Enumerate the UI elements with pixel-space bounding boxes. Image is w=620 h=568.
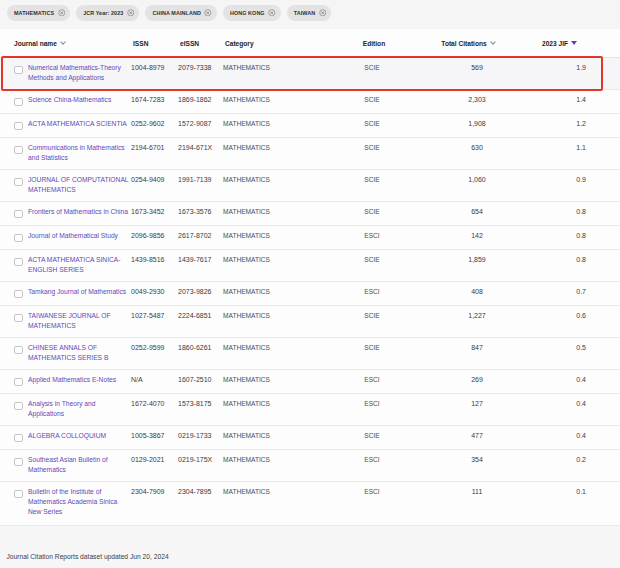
journal-name-link[interactable]: Journal of Mathematical Study	[28, 231, 118, 241]
jif-cell: 1.4	[540, 90, 620, 105]
row-checkbox[interactable]	[14, 314, 23, 323]
row-checkbox[interactable]	[14, 178, 23, 187]
issn-cell: 0049-2930	[131, 282, 178, 297]
journal-name-link[interactable]: Southeast Asian Bulletin of Mathematics	[28, 455, 131, 475]
issn-cell: 1673-3452	[131, 202, 178, 217]
remove-filter-icon[interactable]	[204, 9, 212, 17]
remove-filter-icon[interactable]	[58, 9, 66, 17]
filter-chip-label: JCR Year: 2023	[83, 5, 123, 21]
issn-cell: 0252-9599	[131, 338, 178, 353]
filter-chip[interactable]: MATHEMATICS	[7, 5, 70, 21]
journal-name-link[interactable]: ACTA MATHEMATICA SCIENTIA	[28, 119, 127, 129]
jif-cell: 0.8	[540, 250, 620, 265]
remove-filter-icon[interactable]	[127, 9, 135, 17]
journal-name-link[interactable]: JOURNAL OF COMPUTATIONAL MATHEMATICS	[28, 175, 131, 195]
filter-chip[interactable]: JCR Year: 2023	[76, 5, 139, 21]
eissn-cell: 1860-6261	[178, 338, 223, 353]
column-header-journal-name[interactable]: Journal name	[0, 40, 133, 47]
edition-cell: ESCI	[364, 400, 379, 407]
column-header-2023-jif[interactable]: 2023 JIF	[542, 40, 620, 47]
journal-name-link[interactable]: Applied Mathematics E-Notes	[28, 375, 116, 385]
edition-cell: SCIE	[364, 256, 379, 263]
table-row: Analysis in Theory and Applications 1672…	[0, 394, 620, 426]
row-checkbox[interactable]	[14, 66, 23, 75]
total-citations-cell: 654	[414, 202, 540, 217]
row-checkbox[interactable]	[14, 122, 23, 131]
jif-cell: 0.4	[540, 370, 620, 385]
filter-chip[interactable]: TAIWAN	[287, 5, 331, 21]
jif-cell: 0.7	[540, 282, 620, 297]
total-citations-cell: 1,060	[414, 170, 540, 185]
journal-name-link[interactable]: Numerical Mathematics-Theory Methods and…	[28, 63, 131, 83]
eissn-cell: 1607-2510	[178, 370, 223, 385]
sort-chevron-icon	[60, 39, 66, 45]
filter-chip[interactable]: CHINA MAINLAND	[145, 5, 217, 21]
category-cell: MATHEMATICS	[223, 344, 270, 351]
table-row: ACTA MATHEMATICA SINICA-ENGLISH SERIES 1…	[0, 250, 620, 282]
row-checkbox[interactable]	[14, 346, 23, 355]
issn-cell: 2096-9856	[131, 226, 178, 241]
journal-name-link[interactable]: Communications in Mathematics and Statis…	[28, 143, 131, 163]
filter-chip-bar: MATHEMATICS JCR Year: 2023	[0, 0, 620, 29]
category-cell: MATHEMATICS	[223, 288, 270, 295]
category-cell: MATHEMATICS	[223, 96, 270, 103]
category-cell: MATHEMATICS	[223, 456, 270, 463]
row-checkbox[interactable]	[14, 490, 23, 499]
table-row: Southeast Asian Bulletin of Mathematics …	[0, 450, 620, 482]
remove-filter-icon[interactable]	[319, 9, 327, 17]
journal-name-link[interactable]: Science China-Mathematics	[28, 95, 111, 105]
journal-name-link[interactable]: Frontiers of Mathematics in China	[28, 207, 128, 217]
edition-cell: SCIE	[364, 64, 379, 71]
journal-name-header-label: Journal name	[14, 40, 57, 47]
total-citations-cell: 408	[414, 282, 540, 297]
filter-chip[interactable]: HONG KONG	[223, 5, 281, 21]
table-row: Tamkang Journal of Mathematics 0049-2930…	[0, 282, 620, 306]
table-row: Applied Mathematics E-Notes N/A 1607-251…	[0, 370, 620, 394]
column-header-total-citations[interactable]: Total Citations	[405, 40, 531, 47]
row-checkbox[interactable]	[14, 234, 23, 243]
filter-chip-label: MATHEMATICS	[14, 5, 54, 21]
jif-cell: 0.2	[540, 450, 620, 465]
total-citations-cell: 569	[414, 58, 540, 73]
journal-name-link[interactable]: Bulletin of the Institute of Mathematics…	[28, 487, 131, 517]
journal-name-link[interactable]: ACTA MATHEMATICA SINICA-ENGLISH SERIES	[28, 255, 131, 275]
row-checkbox[interactable]	[14, 378, 23, 387]
remove-filter-icon[interactable]	[268, 9, 276, 17]
jcr-journals-page: MATHEMATICS JCR Year: 2023	[0, 0, 620, 568]
row-checkbox[interactable]	[14, 458, 23, 467]
row-checkbox[interactable]	[14, 290, 23, 299]
jif-header-label: 2023 JIF	[542, 40, 568, 47]
row-checkbox[interactable]	[14, 258, 23, 267]
category-cell: MATHEMATICS	[223, 64, 270, 71]
jif-cell: 0.9	[540, 170, 620, 185]
table-row: CHINESE ANNALS OF MATHEMATICS SERIES B 0…	[0, 338, 620, 370]
table-row: ALGEBRA COLLOQUIUM 1005-3867 0219-1733 M…	[0, 426, 620, 450]
total-citations-cell: 847	[414, 338, 540, 353]
column-header-category: Category	[225, 40, 332, 47]
journal-name-link[interactable]: ALGEBRA COLLOQUIUM	[28, 431, 106, 441]
issn-cell: 1005-3867	[131, 426, 178, 441]
row-checkbox[interactable]	[14, 402, 23, 411]
journal-name-link[interactable]: CHINESE ANNALS OF MATHEMATICS SERIES B	[28, 343, 131, 363]
jif-cell: 0.8	[540, 202, 620, 217]
journal-name-link[interactable]: TAIWANESE JOURNAL OF MATHEMATICS	[28, 311, 131, 331]
row-checkbox[interactable]	[14, 434, 23, 443]
row-checkbox[interactable]	[14, 146, 23, 155]
table-row: ACTA MATHEMATICA SCIENTIA 0252-9602 1572…	[0, 114, 620, 138]
journal-name-link[interactable]: Tamkang Journal of Mathematics	[28, 287, 126, 297]
total-citations-cell: 111	[414, 482, 540, 497]
table-row: Frontiers of Mathematics in China 1673-3…	[0, 202, 620, 226]
category-cell: MATHEMATICS	[223, 208, 270, 215]
jif-cell: 1.1	[540, 138, 620, 153]
row-checkbox[interactable]	[14, 98, 23, 107]
edition-cell: SCIE	[364, 208, 379, 215]
row-checkbox[interactable]	[14, 210, 23, 219]
journal-name-link[interactable]: Analysis in Theory and Applications	[28, 399, 131, 419]
edition-cell: SCIE	[364, 96, 379, 103]
issn-cell: 2194-6701	[131, 138, 178, 153]
eissn-cell: 2617-8702	[178, 226, 223, 241]
sort-descending-icon	[571, 41, 577, 45]
eissn-cell: 1572-9087	[178, 114, 223, 129]
jif-cell: 0.6	[540, 306, 620, 321]
edition-cell: SCIE	[364, 312, 379, 319]
